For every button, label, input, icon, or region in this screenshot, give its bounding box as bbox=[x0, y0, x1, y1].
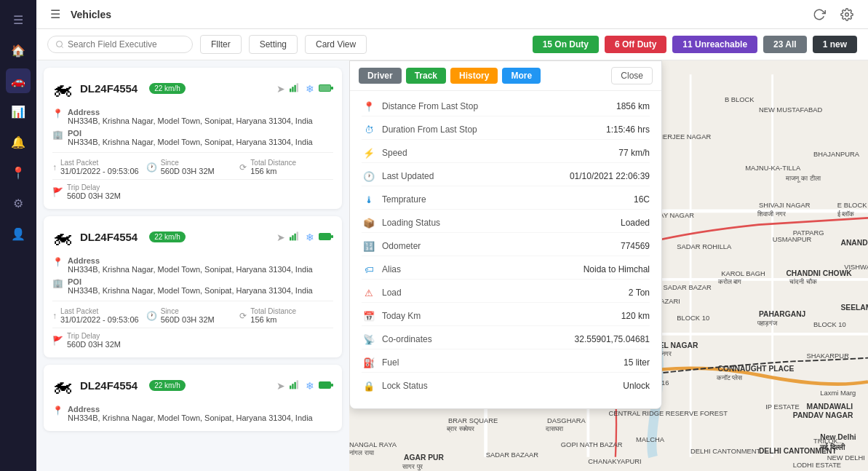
filter-button[interactable]: Fllter bbox=[200, 35, 242, 54]
tab-track[interactable]: Track bbox=[406, 68, 446, 84]
svg-text:VISHWAS NAGAR: VISHWAS NAGAR bbox=[844, 264, 868, 271]
duration-label: Duration From Last Stop bbox=[382, 124, 600, 135]
alerts-icon[interactable]: 🔔 bbox=[6, 130, 31, 154]
map-icon[interactable]: 📍 bbox=[6, 160, 31, 185]
upload-icon: ↑ bbox=[52, 162, 57, 173]
loading-status-icon: 📦 bbox=[362, 215, 376, 230]
trip-icon: 🚩 bbox=[52, 187, 63, 197]
setting-button[interactable]: Setting bbox=[249, 35, 298, 54]
navigate-icon[interactable]: ➤ bbox=[276, 231, 285, 243]
vehicle-card: 🏍 DL24F4554 22 km/h ➤ ❄ bbox=[44, 68, 342, 209]
off-duty-button[interactable]: 6 Off Duty bbox=[605, 36, 666, 53]
status-buttons: 15 On Duty 6 Off Duty 11 Unreachable 23 … bbox=[533, 36, 857, 53]
unreachable-button[interactable]: 11 Unreachable bbox=[672, 36, 757, 53]
lock-status-icon: 🔒 bbox=[362, 379, 376, 393]
search-input[interactable] bbox=[68, 39, 177, 50]
last-updated-value: 01/10/2021 22:06:39 bbox=[570, 171, 650, 181]
duration-icon: ⏱ bbox=[362, 122, 376, 137]
svg-text:IP ESTATE: IP ESTATE bbox=[765, 403, 799, 411]
duration-value: 1:15:46 hrs bbox=[606, 124, 650, 135]
page-title: Vehicles bbox=[71, 9, 802, 20]
svg-text:MALCHA: MALCHA bbox=[636, 436, 665, 443]
vehicle-icon: 🏍 bbox=[52, 225, 73, 249]
svg-text:AGAR PUR: AGAR PUR bbox=[404, 454, 444, 462]
address-row: 📍 Address NH334B, Krishna Nagar, Model T… bbox=[52, 256, 333, 274]
speed-badge: 22 km/h bbox=[149, 231, 186, 242]
distance-icon: 📍 bbox=[362, 99, 376, 114]
refresh-icon[interactable] bbox=[809, 4, 829, 25]
speed-badge: 22 km/h bbox=[149, 83, 186, 94]
clock-icon: 🕐 bbox=[146, 311, 157, 321]
svg-text:Laxmi Marg: Laxmi Marg bbox=[820, 389, 856, 397]
popup-row-distance: 📍 Distance From Last Stop 1856 km bbox=[362, 97, 650, 116]
svg-text:E BLOCK: E BLOCK bbox=[837, 202, 867, 209]
tab-close-button[interactable]: Close bbox=[611, 67, 653, 84]
total-distance-stat: ⟳ Total Distance 156 km bbox=[239, 307, 333, 324]
trip-icon: 🚩 bbox=[52, 336, 63, 346]
info-popup: Driver Track History More Close 📍 Distan… bbox=[349, 60, 662, 409]
svg-text:SHIVAJI NAGAR: SHIVAJI NAGAR bbox=[759, 202, 811, 209]
load-icon: ⚠ bbox=[362, 285, 376, 300]
speed-label: Speed bbox=[382, 148, 613, 158]
svg-text:ब्रार स्क्वेयर: ब्रार स्क्वेयर bbox=[446, 424, 474, 433]
poi-row: 🏢 POI NH334B, Krishna Nagar, Model Town,… bbox=[52, 129, 333, 146]
poi-icon: 🏢 bbox=[52, 278, 63, 288]
loading-status-value: Loaded bbox=[621, 218, 650, 228]
svg-text:नई दिल्ली: नई दिल्ली bbox=[819, 443, 845, 451]
vehicle-id: DL24F4554 bbox=[80, 379, 138, 392]
popup-row-last-updated: 🕐 Last Updated 01/10/2021 22:06:39 bbox=[362, 167, 650, 186]
trip-delay-row: 🚩 Trip Delay 560D 03H 32M bbox=[52, 328, 333, 349]
topbar-hamburger-icon[interactable]: ☰ bbox=[47, 4, 63, 24]
popup-row-lock-status: 🔒 Lock Status Unlock bbox=[362, 376, 650, 395]
snow-icon: ❄ bbox=[306, 380, 314, 392]
last-packet-stat: ↑ Last Packet 31/01/2022 - 09:53:06 bbox=[52, 159, 146, 175]
navigate-icon[interactable]: ➤ bbox=[276, 83, 285, 95]
svg-text:PAHARGANJ: PAHARGANJ bbox=[759, 310, 806, 318]
svg-text:नांगल राया: नांगल राया bbox=[349, 449, 375, 456]
since-stat: 🕐 Since 560D 03H 32M bbox=[146, 159, 240, 175]
signal-icon bbox=[290, 82, 301, 95]
new-button[interactable]: 1 new bbox=[813, 36, 857, 53]
svg-text:CHANDNI CHOWK: CHANDNI CHOWK bbox=[786, 269, 852, 277]
vehicle-action-icons: ➤ ❄ bbox=[276, 231, 333, 243]
popup-row-speed: ⚡ Speed 77 km/h bbox=[362, 143, 650, 163]
navigate-icon[interactable]: ➤ bbox=[276, 380, 285, 392]
popup-row-fuel: ⛽ Fuel 15 liter bbox=[362, 353, 650, 373]
load-label: Load bbox=[382, 288, 623, 298]
vehicle-icon[interactable]: 🚗 bbox=[6, 68, 31, 93]
tab-history[interactable]: History bbox=[450, 68, 498, 84]
vehicle-details: 📍 Address NH334B, Krishna Nagar, Model T… bbox=[52, 405, 333, 422]
menu-icon[interactable]: ☰ bbox=[6, 7, 31, 32]
settings-icon[interactable]: ⚙ bbox=[6, 191, 31, 215]
svg-text:PANDAV NAGAR: PANDAV NAGAR bbox=[793, 411, 853, 419]
svg-rect-4 bbox=[292, 87, 293, 92]
home-icon[interactable]: 🏠 bbox=[6, 38, 31, 63]
svg-rect-11 bbox=[292, 235, 293, 240]
svg-text:MAJNU-KA-TILLA: MAJNU-KA-TILLA bbox=[745, 165, 801, 172]
today-km-icon: 📅 bbox=[362, 309, 376, 323]
all-button[interactable]: 23 All bbox=[763, 36, 807, 53]
tab-more[interactable]: More bbox=[502, 68, 541, 84]
profile-icon[interactable]: 👤 bbox=[6, 221, 31, 246]
svg-text:CENTRAL RIDGE RESERVE FOREST: CENTRAL RIDGE RESERVE FOREST bbox=[609, 410, 728, 417]
tab-driver[interactable]: Driver bbox=[359, 68, 402, 84]
vehicle-action-icons: ➤ ❄ bbox=[276, 82, 333, 95]
vehicle-card-header: 🏍 DL24F4554 22 km/h ➤ ❄ bbox=[52, 225, 333, 249]
svg-rect-6 bbox=[297, 83, 298, 92]
svg-text:BRAR SQUARE: BRAR SQUARE bbox=[448, 417, 498, 424]
reports-icon[interactable]: 📊 bbox=[6, 99, 31, 124]
vehicle-icon: 🏍 bbox=[52, 76, 73, 100]
svg-rect-9 bbox=[319, 85, 330, 91]
svg-text:दासघरा: दासघरा bbox=[545, 425, 564, 432]
vehicle-list: 🏍 DL24F4554 22 km/h ➤ ❄ bbox=[36, 60, 349, 471]
search-box[interactable] bbox=[47, 36, 193, 53]
odometer-icon: 🔢 bbox=[362, 239, 376, 253]
card-view-button[interactable]: Card View bbox=[305, 35, 367, 54]
svg-rect-10 bbox=[290, 237, 291, 241]
gear-icon[interactable] bbox=[837, 4, 857, 25]
popup-row-alias: 🏷 Alias Noida to Himchal bbox=[362, 260, 650, 280]
on-duty-button[interactable]: 15 On Duty bbox=[533, 36, 599, 53]
vehicle-stats: ↑ Last Packet 31/01/2022 - 09:53:06 🕐 Si… bbox=[52, 152, 333, 175]
distance-label: Distance From Last Stop bbox=[382, 101, 610, 111]
svg-rect-5 bbox=[294, 85, 295, 92]
